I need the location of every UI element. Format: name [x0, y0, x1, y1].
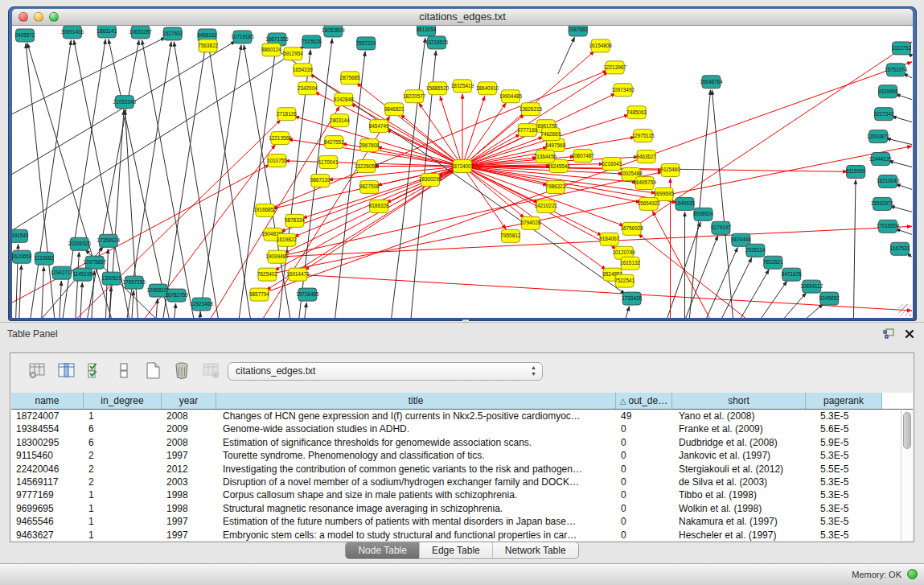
select-all-columns-icon[interactable] [84, 360, 105, 381]
close-panel-icon[interactable] [905, 328, 914, 342]
graph-node[interactable]: 15716485 [296, 288, 319, 301]
graph-node[interactable]: 9846821 [384, 103, 405, 116]
graph-node[interactable]: 2875685 [340, 72, 360, 84]
graph-node[interactable]: 9227343 [874, 108, 894, 121]
scrollbar-thumb[interactable] [903, 412, 911, 449]
graph-node[interactable]: 23226058 [355, 160, 378, 173]
graph-node[interactable]: 15751074 [885, 64, 908, 76]
graph-node[interactable]: 18300295 [419, 173, 442, 186]
graph-node[interactable]: 2867608 [359, 139, 380, 152]
graph-node[interactable]: 7515526 [302, 35, 322, 48]
table-selector-dropdown[interactable]: citations_edges.txt ▲▼ [228, 362, 543, 381]
graph-node[interactable]: 6216043 [602, 158, 622, 171]
graph-node[interactable]: 7462669 [540, 128, 561, 141]
delete-table-icon[interactable] [200, 360, 221, 381]
graph-node[interactable]: 10807487 [572, 150, 595, 163]
canvas-resize-grip[interactable] [899, 304, 911, 316]
column-header-name[interactable]: name [11, 393, 84, 409]
graph-node[interactable]: 10654112 [800, 280, 823, 293]
graph-node[interactable]: 10973493 [611, 84, 634, 97]
graph-node[interactable]: 1170041 [318, 156, 339, 169]
table-row[interactable]: 911546021997Tourette syndrome. Phenomeno… [11, 449, 913, 462]
delete-column-icon[interactable] [171, 360, 192, 381]
float-panel-icon[interactable] [883, 328, 895, 342]
column-header-year[interactable]: year [162, 393, 216, 409]
graph-node[interactable]: 2620659 [12, 250, 32, 263]
table-row[interactable]: 946554611997Estimation of the future num… [11, 515, 913, 528]
graph-node[interactable]: 2405572 [15, 29, 35, 42]
graph-node[interactable]: 12093872 [867, 130, 890, 143]
graph-node[interactable]: 15886520 [426, 82, 450, 95]
column-header-title[interactable]: title [216, 393, 616, 409]
memory-status-indicator[interactable] [907, 569, 918, 579]
table-row[interactable]: 1938455462009Genome-wide association stu… [11, 422, 913, 435]
graph-node[interactable]: 10958107 [146, 284, 170, 297]
graph-node[interactable]: 16782759 [165, 289, 188, 302]
graph-node[interactable]: 30691406 [61, 26, 84, 39]
graph-node[interactable]: 7625402 [257, 268, 277, 281]
graph-node[interactable]: 1654339 [293, 64, 313, 76]
graph-node[interactable]: 7832621 [763, 256, 783, 269]
table-row[interactable]: 1830029562008Estimation of significance … [11, 436, 913, 449]
minimize-window-button[interactable] [34, 12, 43, 22]
table-row[interactable]: 2242004622012Investigating the contribut… [11, 463, 913, 476]
graph-node[interactable]: 12444121 [869, 153, 893, 166]
graph-node[interactable]: 1619822 [277, 233, 297, 246]
show-columns-icon[interactable] [55, 360, 76, 381]
graph-node[interactable]: 8860124 [261, 43, 281, 56]
graph-node[interactable]: 14210221 [535, 200, 558, 212]
tab-edge-table[interactable]: Edge Table [419, 542, 492, 558]
graph-node[interactable]: 9242848 [334, 93, 354, 106]
zoom-window-button[interactable] [49, 12, 59, 22]
graph-node[interactable]: 9391540 [12, 229, 29, 242]
graph-node[interactable]: 16053809 [322, 26, 345, 37]
table-row[interactable]: 1872400712008Changes of HCN gene express… [11, 410, 913, 422]
graph-node[interactable]: 16756928 [620, 222, 643, 235]
tab-network-table[interactable]: Network Table [492, 542, 578, 558]
graph-node[interactable]: 12213569 [269, 132, 292, 145]
graph-node[interactable]: 16648764 [700, 76, 723, 89]
graph-node[interactable]: 8454749 [369, 120, 389, 133]
graph-node[interactable]: 16495759 [633, 176, 656, 189]
graph-node[interactable]: 15592971 [871, 197, 894, 210]
graph-node[interactable]: 12213967 [603, 61, 626, 74]
graph-node[interactable]: 2935114 [745, 244, 766, 257]
graph-node[interactable]: 16914479 [286, 268, 310, 281]
graph-node[interactable]: 19166852 [253, 204, 277, 216]
graph-node[interactable]: 17359924 [97, 234, 121, 247]
graph-node[interactable]: 1350515 [101, 272, 121, 285]
column-header-in_degree[interactable]: in_degree [84, 393, 162, 409]
table-vertical-scrollbar[interactable] [901, 410, 913, 541]
graph-node[interactable]: 1615132 [620, 257, 640, 270]
graph-node[interactable]: 7986322 [545, 180, 565, 193]
graph-node[interactable]: 7563822 [198, 39, 218, 52]
graph-node[interactable]: 1112752 [892, 42, 911, 55]
graph-node[interactable]: 1167531 [890, 242, 910, 255]
graph-node[interactable]: 1145195 [73, 268, 93, 281]
graph-node[interactable]: 10653287 [129, 26, 153, 39]
table-options-icon[interactable] [27, 360, 47, 381]
graph-node[interactable]: 2803144 [330, 114, 350, 127]
graph-node[interactable]: 13218506 [425, 36, 449, 49]
graph-node[interactable]: 10719185 [231, 31, 254, 43]
graph-node[interactable]: 5878334 [285, 214, 305, 227]
column-header-out_de[interactable]: △out_de… [616, 393, 672, 409]
graph-node[interactable]: 7485063 [626, 106, 647, 119]
tab-node-table[interactable]: Node Table [346, 542, 419, 558]
unselect-all-columns-icon[interactable] [113, 360, 134, 381]
graph-node[interactable]: 8427552 [324, 136, 344, 149]
table-row[interactable]: 977716911998Corpus callosum shape and si… [11, 488, 913, 501]
graph-node[interactable]: 18724007 [451, 160, 474, 173]
graph-node[interactable]: 20206526 [68, 237, 92, 250]
graph-node[interactable]: 15654923 [637, 197, 660, 210]
graph-node[interactable]: 1640935 [675, 197, 695, 210]
graph-node[interactable]: 1883141 [97, 26, 117, 38]
graph-node[interactable]: 9827508 [359, 180, 380, 193]
graph-node[interactable]: 17016504 [877, 220, 900, 233]
graph-node[interactable]: 9329966 [878, 85, 898, 98]
graph-node[interactable]: 12975115 [632, 130, 655, 142]
graph-node[interactable]: 9245652 [819, 292, 840, 305]
network-canvas[interactable]: 2405572306914061883141106532871527602646… [12, 26, 913, 318]
graph-node[interactable]: 7522541 [614, 274, 634, 287]
network-graph[interactable]: 2405572306914061883141106532871527602646… [12, 26, 913, 318]
